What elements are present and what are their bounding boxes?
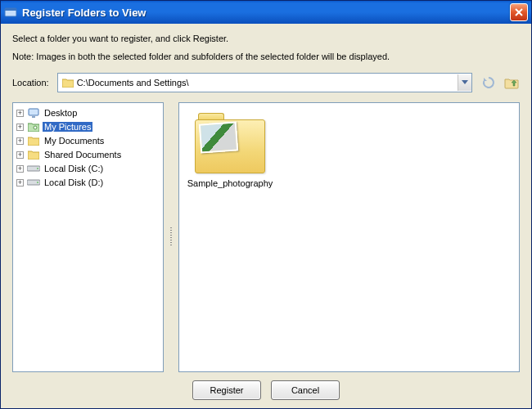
instruction-text: Select a folder you want to register, an… xyxy=(12,34,520,43)
folder-item-label: Sample_photography xyxy=(187,178,273,188)
tree-item-label: My Documents xyxy=(43,136,106,146)
folder-icon xyxy=(27,150,40,160)
svg-rect-2 xyxy=(29,109,38,115)
drive-icon xyxy=(27,178,40,187)
svg-point-8 xyxy=(37,182,38,183)
cancel-button[interactable]: Cancel xyxy=(271,380,340,400)
expander-icon[interactable]: + xyxy=(16,110,24,117)
folder-item[interactable]: Sample_photography xyxy=(189,113,271,188)
splitter-handle[interactable] xyxy=(169,102,174,372)
close-button[interactable] xyxy=(510,3,528,21)
register-button[interactable]: Register xyxy=(192,380,261,400)
pictures-icon xyxy=(27,122,40,132)
tree-item[interactable]: +Desktop xyxy=(16,106,160,119)
tree-item-label: Local Disk (C:) xyxy=(43,164,105,173)
titlebar: Register Folders to View xyxy=(1,1,531,24)
folder-tree[interactable]: +Desktop+My Pictures+My Documents+Shared… xyxy=(12,102,164,372)
tree-item[interactable]: +Local Disk (D:) xyxy=(16,176,160,189)
location-dropdown[interactable]: C:\Documents and Settings\ xyxy=(57,73,472,92)
expander-icon[interactable]: + xyxy=(16,151,24,159)
app-icon xyxy=(4,6,17,19)
folder-contents[interactable]: Sample_photography xyxy=(178,102,520,372)
expander-icon[interactable]: + xyxy=(16,165,24,173)
register-button-label: Register xyxy=(210,385,244,395)
dialog-title: Register Folders to View xyxy=(22,7,510,19)
folder-icon xyxy=(27,136,40,146)
folder-icon xyxy=(193,113,267,175)
cancel-button-label: Cancel xyxy=(291,385,319,395)
refresh-icon[interactable] xyxy=(480,74,497,91)
tree-item-label: My Pictures xyxy=(43,122,92,132)
expander-icon[interactable]: + xyxy=(16,179,24,187)
tree-item[interactable]: +My Documents xyxy=(16,134,160,147)
location-label: Location: xyxy=(12,78,49,88)
svg-point-6 xyxy=(37,168,38,169)
folder-icon xyxy=(61,78,74,88)
up-folder-icon[interactable] xyxy=(503,74,520,91)
tree-item-label: Local Disk (D:) xyxy=(43,178,105,187)
tree-item[interactable]: +Local Disk (C:) xyxy=(16,162,160,175)
note-text: Note: Images in both the selected folder… xyxy=(12,52,520,61)
tree-item[interactable]: +My Pictures xyxy=(16,120,160,133)
expander-icon[interactable]: + xyxy=(16,124,24,131)
tree-item-label: Desktop xyxy=(43,108,79,118)
chevron-down-icon[interactable] xyxy=(458,74,471,91)
tree-item[interactable]: +Shared Documents xyxy=(16,148,160,161)
expander-icon[interactable]: + xyxy=(16,137,24,145)
svg-rect-1 xyxy=(5,8,16,11)
drive-icon xyxy=(27,164,40,173)
tree-item-label: Shared Documents xyxy=(43,150,123,160)
location-value: C:\Documents and Settings\ xyxy=(77,78,189,88)
svg-point-4 xyxy=(34,126,37,129)
desktop-icon xyxy=(27,108,40,118)
svg-rect-3 xyxy=(32,116,35,118)
